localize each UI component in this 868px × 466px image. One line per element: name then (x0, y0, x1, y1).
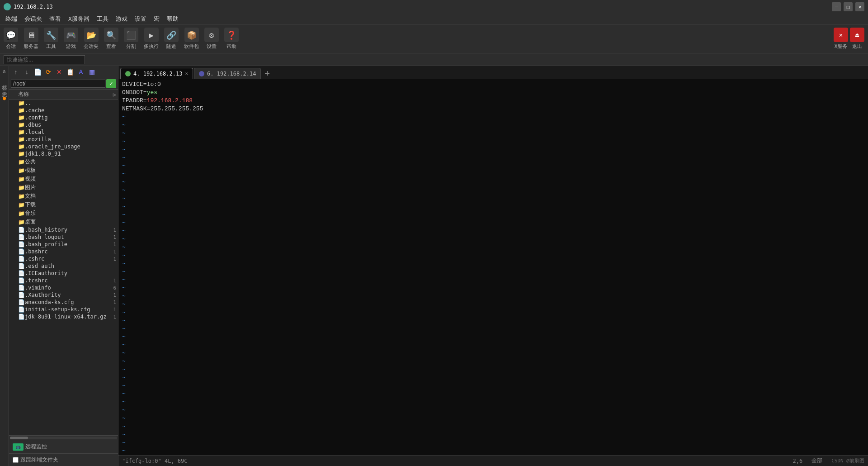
file-name: .bashrc (25, 248, 107, 255)
track-terminal-label[interactable]: 跟踪终端文件夹 (13, 456, 58, 464)
file-item[interactable]: 📁 公共 (9, 157, 118, 166)
file-item[interactable]: 📁 .mozilla (9, 136, 118, 143)
file-item[interactable]: 📄 anaconda-ks.cfg 1 (9, 299, 118, 306)
tilde-line: ~ (122, 276, 864, 284)
tilde-line: ~ (122, 178, 864, 186)
file-item[interactable]: 📄 .bashrc 1 (9, 248, 118, 255)
file-item[interactable]: 📄 .viminfo 6 (9, 284, 118, 291)
folder-icon: 📁 (18, 122, 25, 128)
file-item[interactable]: 📁 .local (9, 128, 118, 136)
tab1-close[interactable]: ✕ (185, 71, 188, 76)
fp-download-button[interactable]: ↓ (22, 67, 32, 77)
file-item[interactable]: 📄 .tcshrc 1 (9, 277, 118, 284)
file-item[interactable]: 📁 图片 (9, 183, 118, 192)
file-item[interactable]: 📁 桌面 (9, 218, 118, 226)
close-button[interactable]: ✕ (855, 2, 864, 11)
toolbar-session[interactable]: 💬 会话 (4, 28, 18, 50)
file-item[interactable]: 📄 .esd_auth (9, 262, 118, 270)
toolbar-split[interactable]: ⬛ 分割 (124, 28, 138, 50)
toolbar-sessions-folder[interactable]: 📂 会话夹 (84, 28, 99, 50)
menu-tools[interactable]: 工具 (93, 14, 112, 24)
tab1-icon (125, 71, 131, 76)
file-item[interactable]: 📁 视频 (9, 175, 118, 183)
file-item[interactable]: 📄 .Xauthority 1 (9, 291, 118, 299)
tilde-line: ~ (122, 325, 864, 333)
file-hscroll[interactable] (9, 435, 118, 440)
file-item[interactable]: 📁 jdk1.8.0_91 (9, 150, 118, 157)
file-item[interactable]: 📁 .. (9, 100, 118, 107)
remote-monitor-button[interactable]: 📺 远程监控 (13, 443, 47, 451)
file-name: 模板 (25, 166, 107, 174)
fp-copy-button[interactable]: 📋 (65, 67, 75, 77)
server-label: 服务器 (24, 43, 38, 50)
sidebar-tab-collapse[interactable]: « (0, 68, 9, 75)
toolbar-multiexec[interactable]: ▶ 多执行 (144, 28, 159, 50)
toolbar-tunnel[interactable]: 🔗 隧道 (164, 28, 179, 50)
fp-delete-button[interactable]: ✕ (54, 67, 64, 77)
toolbar-server[interactable]: 🖥 服务器 (24, 28, 38, 50)
term-line-1: DEVICE=lo:0 (122, 81, 864, 89)
file-item[interactable]: 📁 下载 (9, 200, 118, 209)
exit-button[interactable]: ⏏ 退出 (850, 28, 864, 50)
col-expand-button[interactable]: ▷ (107, 91, 116, 98)
sidebar-tab-log[interactable]: 日志 (0, 86, 9, 90)
search-icon: 🔍 (104, 28, 118, 42)
file-item[interactable]: 📁 音乐 (9, 209, 118, 218)
tab-1[interactable]: 4. 192.168.2.13 ✕ (120, 68, 193, 79)
file-item[interactable]: 📁 模板 (9, 166, 118, 175)
file-item[interactable]: 📄 initial-setup-ks.cfg 1 (9, 306, 118, 313)
quick-connect-input[interactable] (4, 55, 85, 64)
fp-filter-button[interactable]: A (76, 67, 86, 77)
menu-games[interactable]: 游戏 (112, 14, 131, 24)
folder-icon: 📁 (18, 167, 25, 174)
menu-sessions[interactable]: 会话夹 (21, 14, 46, 24)
terminal-content[interactable]: DEVICE=lo:0 ONBOOT=yes IPADDR=192.168.2.… (118, 79, 868, 455)
menu-settings[interactable]: 设置 (131, 14, 150, 24)
file-item[interactable]: 📄 .ICEauthority (9, 270, 118, 277)
menu-terminal[interactable]: 终端 (2, 14, 21, 24)
track-terminal-checkbox[interactable] (13, 457, 19, 463)
toolbar-config[interactable]: ⚙ 设置 (204, 28, 219, 50)
maximize-button[interactable]: □ (844, 2, 853, 11)
toolbar-games[interactable]: 🎮 游戏 (64, 28, 78, 50)
minimize-button[interactable]: ─ (832, 2, 841, 11)
monitor-icon: 📺 (13, 443, 24, 451)
toolbar-help[interactable]: ❓ 帮助 (224, 28, 239, 50)
menu-xserver[interactable]: X服务器 (65, 14, 93, 24)
path-bar: ✓ (9, 78, 118, 90)
toolbar-packages[interactable]: 📦 软件包 (184, 28, 199, 50)
fp-upload-button[interactable]: ↑ (11, 67, 21, 77)
app-icon (4, 3, 11, 10)
file-item[interactable]: 📁 文档 (9, 192, 118, 200)
toolbar-search[interactable]: 🔍 查看 (104, 28, 118, 50)
fp-new-file-button[interactable]: 📄 (33, 67, 42, 77)
file-item[interactable]: 📁 .config (9, 114, 118, 121)
file-name: 文档 (25, 192, 107, 200)
file-item[interactable]: 📄 .bash_profile 1 (9, 241, 118, 248)
fp-refresh-button[interactable]: ⟳ (43, 67, 53, 77)
hscroll-thumb[interactable] (10, 437, 28, 439)
file-item[interactable]: 📄 .cshrc 1 (9, 255, 118, 262)
menu-help[interactable]: 帮助 (163, 14, 182, 24)
menu-macro[interactable]: 宏 (150, 14, 163, 24)
file-item[interactable]: 📁 .oracle_jre_usage (9, 143, 118, 150)
sidebar-tab-chars[interactable]: ● (0, 93, 9, 103)
file-name: .Xauthority (25, 292, 107, 298)
menu-view[interactable]: 查看 (46, 14, 65, 24)
file-name: .cshrc (25, 256, 107, 262)
xserver-button[interactable]: ✕ X服务 (834, 28, 848, 50)
new-tab-button[interactable] (262, 68, 273, 79)
toolbar-tools[interactable]: 🔧 工具 (44, 28, 58, 50)
file-name: .config (25, 114, 107, 121)
fp-more-button[interactable]: ▦ (87, 67, 97, 77)
tab-2[interactable]: 6. 192.168.2.14 (194, 68, 261, 79)
file-item[interactable]: 📄 .bash_history 1 (9, 226, 118, 233)
file-item[interactable]: 📁 .dbus (9, 121, 118, 128)
file-item[interactable]: 📁 .cache (9, 107, 118, 114)
path-go-button[interactable]: ✓ (106, 79, 116, 88)
file-item[interactable]: 📄 jdk-8u91-linux-x64.tar.gz 1 (9, 313, 118, 320)
file-list[interactable]: 📁 .. 📁 .cache 📁 .config 📁 .dbus 📁 .local… (9, 100, 118, 435)
file-item[interactable]: 📄 .bash_logout 1 (9, 233, 118, 241)
path-input[interactable] (11, 80, 105, 88)
sidebar-tab-bookmarks[interactable]: 标签 (0, 79, 9, 82)
